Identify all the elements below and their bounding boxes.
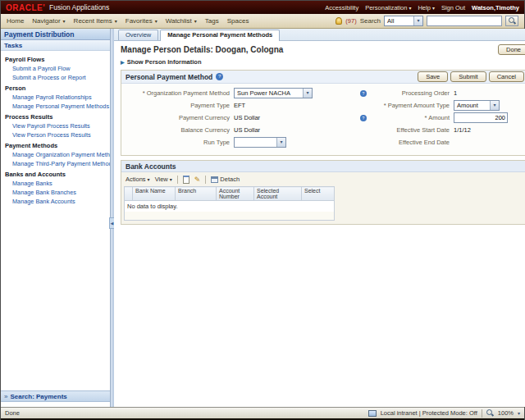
menu-recent-items[interactable]: Recent Items▾ [74,17,117,25]
menu-navigator[interactable]: Navigator▾ [32,17,65,25]
search-label: Search [360,17,381,25]
sidebar-item-submit-a-process-or-report[interactable]: Submit a Process or Report [12,74,110,81]
field-label: * Organization Payment Method [125,89,230,97]
global-search-input[interactable] [427,16,502,26]
sidebar-item-manage-third-party-payment-methods[interactable]: Manage Third-Party Payment Methods [12,160,110,167]
menu-watchlist[interactable]: Watchlist▾ [166,17,197,25]
sidebar-item-manage-organization-payment-methods[interactable]: Manage Organization Payment Methods [12,151,110,158]
notification-count[interactable]: (97) [345,17,356,25]
sidebar-item-manage-personal-payment-methods[interactable]: Manage Personal Payment Methods [12,103,110,110]
field-label: Balance Currency [125,126,230,134]
section-body: * Organization Payment Method Sun Power … [121,84,525,155]
personalization-menu[interactable]: Personalization▾ [365,4,411,11]
tasks-list: Payroll Flows Submit a Payroll Flow Subm… [1,51,110,390]
task-group-person: Person [5,84,110,92]
user-name: Watson,Timothy [472,4,519,11]
chevron-down-icon: ▾ [490,101,499,110]
help-icon[interactable]: ? [360,115,367,121]
menu-spaces[interactable]: Spaces [227,17,249,25]
edit-icon[interactable]: ✎ [194,176,201,184]
submit-button[interactable]: Submit [450,71,486,82]
processing-order-value: 1 [454,89,457,97]
status-divider [482,409,482,418]
run-type-select[interactable]: ▾ [234,137,286,148]
task-group-banks-and-accounts: Banks and Accounts [5,171,110,178]
chevron-down-icon: ▾ [409,5,411,11]
page-content: Manage Person Details: Doogan, Cologna D… [114,41,525,407]
expand-section-icon: » [4,393,7,400]
form-column-left: * Organization Payment Method Sun Power … [125,88,359,149]
accessibility-link[interactable]: Accessibility [325,4,358,11]
sidebar-title: Payment Distribution [1,29,110,40]
column-header-select[interactable]: Select [302,187,335,201]
detach-button[interactable]: Detach [211,176,240,183]
field-label: Run Type [125,139,230,146]
sidebar-item-manage-banks[interactable]: Manage Banks [12,180,110,187]
chevron-down-icon: ▾ [194,18,197,24]
sign-out-link[interactable]: Sign Out [441,4,465,11]
help-icon[interactable]: ? [360,90,367,97]
amount-input[interactable] [454,112,508,123]
section-title: Personal Payment Method [126,73,212,81]
sidebar-item-submit-a-payroll-flow[interactable]: Submit a Payroll Flow [12,65,110,72]
chevron-down-icon: ▾ [413,16,422,25]
balance-currency-value: US Dollar [234,126,260,134]
sidebar-item-manage-bank-branches[interactable]: Manage Bank Branches [12,189,110,196]
bank-accounts-table: Bank Name Branch Account Number Selected… [124,186,335,221]
save-button[interactable]: Save [418,71,448,82]
toolbar-divider [177,176,178,184]
effective-start-date-value: 1/1/12 [454,126,471,134]
show-person-information-toggle[interactable]: ▶ Show Person Information [121,58,525,66]
notifications-bell-icon[interactable] [336,17,342,25]
payment-type-value: EFT [234,102,245,109]
search-go-button[interactable] [505,16,518,26]
menu-tags[interactable]: Tags [205,17,219,25]
search-scope-select[interactable]: All ▾ [384,16,423,26]
help-menu[interactable]: Help▾ [418,4,434,11]
done-button[interactable]: Done [498,44,525,55]
table-header-row: Bank Name Branch Account Number Selected… [125,187,335,201]
form-column-right: ? Processing Order 1 * Payment Amount Ty… [359,88,523,149]
column-header-bank-name[interactable]: Bank Name [133,187,176,201]
field-label: Effective End Date [368,139,450,146]
search-payments-section[interactable]: » Search: Payments [1,390,110,402]
chevron-down-icon: ▾ [432,5,435,11]
form-row: * Payment Amount Type Amount ▾ [359,100,523,111]
field-label: Payment Type [125,102,230,109]
payment-amount-type-select[interactable]: Amount ▾ [454,100,500,111]
body-region: Payment Distribution Tasks Payroll Flows… [1,29,524,407]
row-selector-column-header [125,187,133,201]
organization-payment-method-select[interactable]: Sun Power NACHA ▾ [234,88,313,98]
sidebar-item-view-person-process-results[interactable]: View Person Process Results [12,131,110,139]
create-icon[interactable] [183,176,189,184]
sidebar-item-manage-bank-accounts[interactable]: Manage Bank Accounts [12,198,110,205]
personal-payment-method-section: Personal Payment Method ? Save Submit Ca… [121,70,525,156]
tab-overview[interactable]: Overview [118,30,158,40]
chevron-down-icon[interactable]: ▾ [518,410,520,416]
help-icon[interactable]: ? [216,73,223,80]
expand-arrow-icon: ▶ [121,59,125,65]
tab-manage-personal-payment-methods[interactable]: Manage Personal Payment Methods [160,30,280,41]
chevron-down-icon: ▾ [63,18,66,24]
field-label: * Amount [368,114,450,121]
main-panel: Overview Manage Personal Payment Methods… [114,29,525,407]
sidebar-item-manage-payroll-relationships[interactable]: Manage Payroll Relationships [12,94,110,101]
actions-menu[interactable]: Actions▾ [126,176,150,183]
chevron-down-icon: ▾ [303,89,312,98]
menu-home[interactable]: Home [7,17,24,25]
column-header-account-number[interactable]: Account Number [217,187,254,201]
bank-accounts-toolbar: Actions▾ View▾ ✎ Detach [121,172,525,186]
view-menu[interactable]: View▾ [155,176,172,183]
menu-favorites[interactable]: Favorites▾ [126,17,158,25]
tasks-header: Tasks [1,40,110,51]
sidebar-item-view-payroll-process-results[interactable]: View Payroll Process Results [12,122,110,130]
form-row: Payment Type EFT [125,100,359,111]
column-header-selected-account[interactable]: Selected Account [254,187,302,201]
zoom-level[interactable]: 100% [498,409,514,417]
cancel-button[interactable]: Cancel [489,71,524,82]
tab-strip: Overview Manage Personal Payment Methods [114,29,525,41]
section-header: Personal Payment Method ? Save Submit Ca… [121,71,525,84]
column-header-branch[interactable]: Branch [176,187,217,201]
field-label: Effective Start Date [368,126,450,134]
sidebar: Payment Distribution Tasks Payroll Flows… [1,29,111,407]
